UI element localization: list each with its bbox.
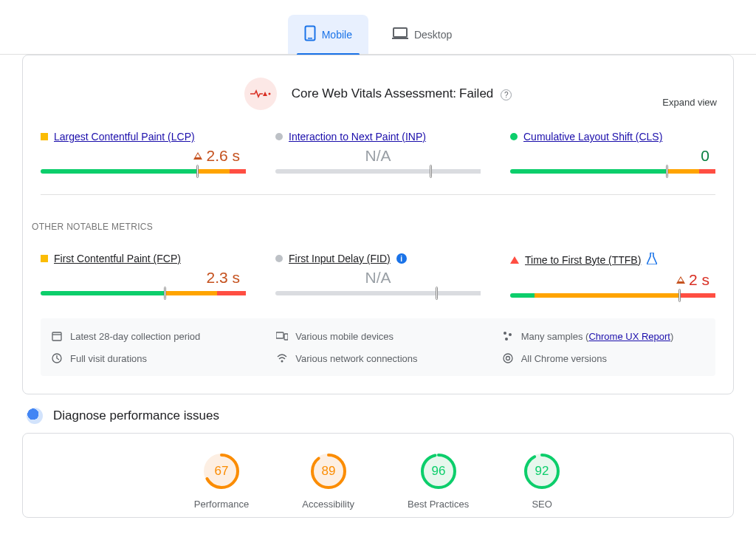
metric-lcp-title[interactable]: Largest Contentful Paint (LCP) [54, 131, 195, 143]
device-tabs: Mobile Desktop [0, 15, 756, 55]
devices-icon [276, 330, 288, 342]
gauge-best[interactable]: 96 Best Practices [408, 451, 469, 510]
network-icon [276, 352, 288, 364]
metric-fid-title[interactable]: First Input Delay (FID) [289, 253, 391, 264]
other-metrics-heading: OTHER NOTABLE METRICS [32, 222, 715, 232]
divider [41, 194, 715, 195]
help-icon[interactable]: ? [501, 89, 512, 100]
crux-link[interactable]: Chrome UX Report [588, 331, 670, 342]
svg-rect-1 [308, 38, 312, 39]
square-warn-icon [41, 255, 48, 262]
expand-view-link[interactable]: Expand view [662, 97, 717, 108]
metric-fid: First Input Delay (FID) i N/A [275, 253, 481, 298]
lighthouse-card: 67 Performance 89 Accessibility 96 Best … [22, 433, 734, 518]
gauge-accessibility-circle: 89 [309, 451, 348, 491]
triangle-red-icon [510, 256, 519, 264]
beaker-icon[interactable] [647, 253, 657, 267]
pulse-icon [244, 78, 277, 110]
metric-ttfb-value: 2 s [689, 271, 709, 289]
svg-text:67: 67 [215, 464, 229, 478]
gauge-seo-circle: 92 [522, 451, 562, 491]
tab-desktop-label: Desktop [414, 29, 452, 41]
svg-rect-8 [276, 332, 284, 338]
metric-lcp: Largest Contentful Paint (LCP) 2.6 s [41, 131, 246, 174]
footer-visit: Full visit durations [70, 353, 147, 364]
footer-chrome: All Chrome versions [521, 353, 607, 364]
metric-fcp-value: 2.3 s [206, 269, 240, 287]
metric-fid-bar [275, 291, 481, 295]
tab-desktop[interactable]: Desktop [376, 15, 468, 54]
calendar-icon [51, 330, 63, 342]
svg-rect-9 [284, 334, 288, 340]
svg-point-14 [281, 360, 284, 363]
dot-gray-icon [275, 255, 283, 262]
svg-point-5 [268, 93, 270, 95]
diagnose-header: Diagnose performance issues [27, 408, 729, 424]
svg-point-16 [506, 357, 509, 360]
clock-icon [51, 352, 63, 364]
assessment-heading: Core Web Vitals Assessment: Failed ? [292, 86, 512, 101]
svg-point-11 [509, 333, 512, 336]
svg-text:92: 92 [535, 464, 549, 478]
svg-rect-6 [52, 332, 61, 341]
metric-cls-bar [510, 169, 715, 174]
tab-mobile-label: Mobile [322, 29, 352, 41]
svg-rect-2 [394, 28, 407, 37]
gauge-performance-circle: 67 [202, 451, 241, 491]
metric-ttfb-bar [510, 293, 715, 298]
svg-point-12 [505, 338, 508, 341]
dot-gray-icon [275, 133, 283, 140]
triangle-warn-icon [676, 276, 685, 284]
gauge-performance[interactable]: 67 Performance [194, 451, 249, 510]
svg-marker-4 [263, 92, 267, 96]
tab-mobile[interactable]: Mobile [288, 15, 368, 54]
metric-inp-value: N/A [365, 147, 391, 165]
gauge-best-circle: 96 [419, 451, 458, 491]
gauge-seo-label: SEO [532, 499, 551, 510]
metric-cls: Cumulative Layout Shift (CLS) 0 [510, 131, 715, 174]
chrome-icon [502, 352, 514, 364]
metric-ttfb: Time to First Byte (TTFB) 2 s [510, 253, 715, 298]
metric-ttfb-title[interactable]: Time to First Byte (TTFB) [525, 254, 641, 266]
footer-network: Various network connections [295, 353, 417, 364]
metric-fcp-title[interactable]: First Contentful Paint (FCP) [54, 253, 181, 264]
collection-info: Latest 28-day collection period Various … [41, 318, 715, 376]
metric-fcp: First Contentful Paint (FCP) 2.3 s [41, 253, 246, 298]
diagnose-title: Diagnose performance issues [53, 408, 219, 423]
gauge-seo[interactable]: 92 SEO [522, 451, 562, 510]
footer-devices: Various mobile devices [295, 331, 394, 342]
dot-green-icon [510, 133, 518, 140]
square-warn-icon [41, 133, 48, 140]
metric-fcp-bar [41, 291, 246, 295]
assessment-status: Failed [459, 86, 493, 100]
metric-inp-title[interactable]: Interaction to Next Paint (INP) [289, 131, 426, 143]
svg-point-15 [504, 354, 512, 363]
svg-text:89: 89 [321, 464, 335, 478]
info-icon[interactable]: i [396, 253, 407, 264]
svg-text:96: 96 [431, 464, 445, 478]
metric-cls-value: 0 [701, 147, 709, 165]
footer-period: Latest 28-day collection period [70, 331, 200, 342]
desktop-icon [392, 27, 408, 42]
triangle-warn-icon [193, 152, 202, 160]
vitals-card: Core Web Vitals Assessment: Failed ? Exp… [22, 55, 734, 394]
metric-inp: Interaction to Next Paint (INP) N/A [275, 131, 481, 174]
metric-fid-value: N/A [365, 269, 391, 287]
gauge-performance-label: Performance [194, 499, 249, 510]
footer-samples: Many samples [521, 331, 583, 342]
diagnose-icon [27, 408, 43, 424]
metric-cls-title[interactable]: Cumulative Layout Shift (CLS) [523, 131, 662, 143]
metric-inp-bar [275, 169, 481, 174]
gauge-accessibility[interactable]: 89 Accessibility [302, 451, 354, 510]
gauge-best-label: Best Practices [408, 499, 469, 510]
metric-lcp-bar [41, 169, 246, 174]
gauge-accessibility-label: Accessibility [302, 499, 354, 510]
metric-lcp-value: 2.6 s [206, 147, 240, 165]
samples-icon [502, 330, 514, 342]
svg-point-10 [504, 332, 506, 335]
mobile-icon [304, 25, 316, 44]
svg-rect-3 [392, 38, 408, 39]
